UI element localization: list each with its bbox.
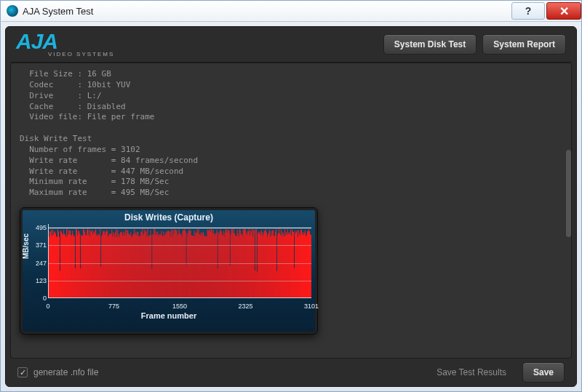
svg-rect-98 (120, 232, 121, 297)
chart-xtick: 775 (108, 303, 119, 310)
svg-rect-108 (127, 231, 128, 298)
svg-rect-316 (279, 233, 280, 297)
svg-rect-202 (196, 232, 197, 297)
svg-rect-76 (104, 231, 105, 297)
svg-rect-167 (170, 231, 171, 297)
svg-rect-140 (151, 235, 151, 297)
svg-rect-71 (100, 266, 101, 297)
app-header: AJA VIDEO SYSTEMS System Disk Test Syste… (6, 27, 576, 60)
svg-rect-22 (65, 234, 65, 297)
save-button[interactable]: Save (522, 362, 565, 383)
svg-rect-304 (271, 231, 271, 297)
svg-rect-185 (184, 231, 185, 298)
svg-rect-78 (105, 232, 106, 297)
svg-rect-291 (261, 230, 262, 297)
svg-rect-32 (72, 231, 73, 297)
svg-rect-335 (293, 232, 294, 297)
svg-rect-160 (165, 232, 166, 297)
chart-gridline (48, 228, 311, 228)
svg-rect-126 (140, 232, 141, 298)
scrollbar-thumb[interactable] (566, 150, 571, 237)
svg-rect-62 (94, 233, 95, 297)
svg-rect-320 (282, 232, 283, 297)
svg-rect-97 (119, 234, 120, 297)
svg-rect-321 (283, 233, 284, 297)
svg-rect-170 (172, 231, 173, 298)
svg-rect-339 (296, 232, 297, 298)
svg-rect-211 (203, 232, 204, 298)
svg-rect-49 (84, 232, 85, 297)
system-disk-test-button[interactable]: System Disk Test (383, 34, 477, 55)
close-button[interactable]: ✕ (546, 2, 581, 20)
svg-rect-2 (50, 232, 51, 297)
svg-rect-7 (54, 231, 55, 297)
svg-rect-112 (130, 232, 131, 297)
chart-gridline (48, 263, 311, 264)
svg-rect-133 (146, 231, 146, 298)
svg-rect-1 (49, 231, 50, 297)
svg-rect-115 (132, 235, 133, 298)
svg-rect-151 (159, 234, 159, 297)
svg-rect-271 (247, 235, 247, 297)
svg-rect-312 (276, 271, 277, 297)
svg-rect-300 (268, 235, 268, 297)
svg-rect-226 (214, 233, 215, 297)
svg-rect-29 (70, 231, 71, 297)
svg-rect-106 (126, 235, 127, 297)
svg-rect-142 (152, 234, 153, 297)
brand-name: AJA (16, 31, 114, 51)
svg-rect-121 (137, 232, 137, 297)
svg-rect-43 (80, 268, 81, 297)
svg-rect-157 (163, 232, 164, 298)
svg-rect-209 (202, 233, 202, 297)
svg-rect-239 (223, 231, 224, 297)
svg-rect-159 (164, 235, 165, 297)
svg-rect-189 (187, 233, 188, 297)
chart-gridline (48, 281, 311, 281)
svg-rect-206 (199, 234, 200, 297)
svg-rect-255 (235, 235, 236, 297)
svg-rect-270 (246, 233, 247, 297)
system-report-button[interactable]: System Report (482, 34, 566, 55)
svg-rect-317 (280, 235, 281, 297)
svg-rect-286 (258, 233, 258, 297)
chart-ytick: 247 (28, 260, 47, 267)
svg-rect-359 (311, 235, 311, 297)
chart-ytick: 0 (28, 295, 47, 302)
svg-rect-74 (103, 231, 103, 297)
brand-tagline: VIDEO SYSTEMS (48, 51, 114, 57)
svg-rect-306 (272, 231, 273, 298)
svg-rect-330 (290, 234, 290, 297)
svg-rect-153 (160, 234, 161, 297)
svg-rect-132 (145, 232, 146, 297)
svg-rect-329 (289, 232, 290, 297)
svg-rect-194 (191, 231, 191, 297)
svg-rect-212 (204, 233, 204, 298)
svg-rect-272 (247, 231, 248, 297)
chart-xtick: 2325 (238, 303, 252, 310)
chart-xtick: 0 (46, 303, 49, 310)
svg-rect-42 (79, 233, 80, 297)
svg-rect-287 (258, 231, 259, 297)
svg-rect-8 (55, 232, 55, 298)
chart-gridline (48, 245, 311, 246)
svg-rect-85 (111, 233, 111, 297)
svg-rect-28 (69, 231, 70, 297)
help-button[interactable]: ? (511, 2, 545, 20)
svg-rect-247 (229, 231, 230, 297)
svg-rect-18 (62, 233, 63, 297)
svg-rect-241 (225, 233, 226, 297)
svg-rect-337 (295, 231, 295, 298)
svg-rect-154 (161, 231, 162, 297)
svg-rect-282 (255, 271, 255, 297)
svg-rect-175 (176, 231, 177, 297)
svg-rect-109 (128, 233, 129, 297)
svg-rect-343 (299, 233, 300, 297)
test-readout: File Size : 16 GB Codec : 10bit YUV Driv… (20, 69, 562, 199)
generate-nfo-checkbox[interactable]: ✓ (17, 367, 28, 377)
results-panel: File Size : 16 GB Codec : 10bit YUV Driv… (10, 63, 572, 359)
svg-rect-340 (297, 231, 298, 297)
svg-rect-99 (121, 232, 121, 297)
svg-rect-277 (251, 233, 252, 297)
chart-ytick: 371 (28, 241, 47, 249)
